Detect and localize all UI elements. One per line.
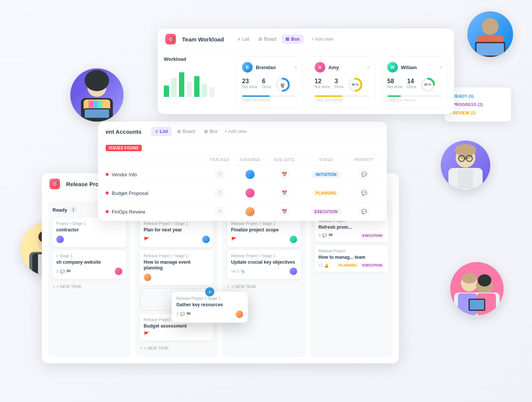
tab-board[interactable]: ⊞ Board bbox=[255, 35, 280, 44]
tab-box[interactable]: ⊠ Box bbox=[282, 35, 304, 44]
howto-project: Release Project bbox=[318, 249, 385, 253]
amy-info: A Amy bbox=[315, 62, 339, 73]
status-review-row: ● REVIEW (1) bbox=[449, 109, 507, 117]
brendan-header: B Brendan ✕ bbox=[242, 62, 297, 73]
wiliam-info: W Wiliam bbox=[387, 62, 417, 73]
workload-icon: 🎯 bbox=[165, 34, 176, 44]
avatar-green bbox=[70, 68, 124, 122]
floating-drag-card[interactable]: + Release Project > Stage 1 Gather key r… bbox=[172, 292, 248, 323]
wiliam-avatar: W bbox=[387, 62, 398, 73]
task-card-objectives[interactable]: Release Project > Stage 1 Update crucial… bbox=[227, 250, 301, 279]
task-card-howto[interactable]: Release Project How to manag... team +1 … bbox=[315, 245, 388, 272]
progress-new-task[interactable]: + + NEW TASK bbox=[140, 343, 214, 353]
svg-point-16 bbox=[455, 144, 476, 156]
vendor-assignee-avatar bbox=[245, 170, 255, 179]
finops-assignee bbox=[235, 207, 265, 216]
task-card-manage[interactable]: Release Project > Stage 1 How to manage … bbox=[140, 250, 214, 285]
budget-flag-icon: 🚩 bbox=[144, 331, 149, 337]
table-row: Vendor Info ⏱ 📅 INITIATION 💬 bbox=[98, 165, 387, 184]
brendan-chevron[interactable]: ✕ bbox=[294, 65, 297, 70]
bar-green-1 bbox=[164, 85, 169, 97]
floating-project: Release Project > Stage 1 bbox=[176, 296, 243, 301]
wiliam-chevron[interactable]: ✕ bbox=[439, 65, 442, 70]
brendan-progress-fill bbox=[242, 95, 270, 97]
review-new-task[interactable]: + + NEW TASK bbox=[227, 282, 301, 291]
bar-group-5 bbox=[194, 76, 200, 97]
refresh-footer: 3 💬 🏁 EXECUTION bbox=[318, 233, 385, 238]
howto-reactions: +1 🔔 bbox=[318, 263, 329, 267]
issues-tab-box[interactable]: ⊠ Box bbox=[200, 127, 222, 136]
vendor-tracked: ⏱ bbox=[204, 169, 235, 180]
finalize-flag-icon: 🚩 bbox=[231, 237, 237, 242]
amy-progress bbox=[315, 95, 370, 97]
vendor-assignee bbox=[235, 170, 265, 179]
wiliam-done: 14 Done bbox=[407, 78, 416, 89]
ready-column-title: Ready bbox=[52, 207, 67, 213]
budget-duedate: 📅 bbox=[265, 188, 303, 198]
ready-new-task[interactable]: + + NEW TASK bbox=[52, 282, 126, 291]
manage-assignee bbox=[144, 274, 151, 281]
vendor-stage-badge: INITIATION bbox=[312, 171, 339, 178]
manage-title: How to manage event planning bbox=[144, 260, 210, 271]
brendan-stats: 23 Not done 6 Done bbox=[242, 78, 271, 89]
finalize-footer: 🚩 bbox=[231, 236, 297, 243]
contractor-assignee bbox=[56, 236, 64, 243]
amy-not-done: 12 Not done bbox=[315, 78, 330, 89]
budget-stage-badge: PLANNING bbox=[313, 190, 340, 196]
person-card-amy: A Amy ✕ 12 Not done 3 Done bbox=[309, 56, 375, 108]
task-budget: Budget Proposal bbox=[106, 190, 204, 196]
issues-panel-title: ent Accounts bbox=[106, 128, 141, 135]
status-progress-label: ● PROGRESS (2) bbox=[449, 102, 483, 107]
task-card-contractor[interactable]: Project > Stage 1 contractor bbox=[52, 218, 126, 247]
contractor-title: contractor bbox=[56, 227, 122, 233]
clock-icon-3: ⏱ bbox=[214, 206, 225, 217]
task-card-website[interactable]: > Stage 1 sh company website 3 💬 🏁 bbox=[52, 250, 126, 279]
vendor-stage: INITIATION bbox=[303, 171, 349, 178]
refresh-stage: EXECUTION bbox=[360, 233, 385, 238]
amy-stats-row: 12 Not done 3 Done bbox=[315, 76, 370, 93]
add-view-button[interactable]: + Add view bbox=[311, 36, 333, 42]
bar-group-4 bbox=[187, 82, 192, 97]
manage-project: Release Project > Stage 1 bbox=[144, 254, 210, 258]
svg-point-0 bbox=[482, 18, 499, 35]
issues-tab-board[interactable]: ⊞ Board bbox=[173, 127, 199, 136]
finalize-project: Release Project > Stage 1 bbox=[231, 222, 297, 226]
calendar-icon: 📅 bbox=[279, 169, 290, 180]
task-card-plan[interactable]: Release Project > Stage 1 Plan for next … bbox=[140, 218, 214, 247]
col-header-tracked: TRACKED bbox=[204, 158, 235, 162]
issues-panel: ent Accounts ≡ List ⊞ Board ⊠ Box + Add … bbox=[98, 122, 387, 221]
brendan-not-done: 23 Not done bbox=[242, 78, 258, 89]
objectives-project: Release Project > Stage 1 bbox=[231, 254, 297, 258]
objectives-reactions: +4 5 📎 bbox=[231, 269, 245, 274]
wiliam-progress-fill bbox=[387, 95, 401, 97]
floating-footer: 3 💬 🏁 bbox=[176, 310, 243, 318]
tab-list[interactable]: ≡ List bbox=[234, 35, 253, 44]
issues-add-view[interactable]: + Add view bbox=[225, 129, 247, 134]
plan-footer: 🚩 bbox=[144, 236, 210, 243]
vendor-priority: 💬 bbox=[349, 169, 379, 180]
issues-tab-list[interactable]: ≡ List bbox=[151, 127, 171, 136]
plus-new-task-icon-3: + bbox=[227, 284, 230, 289]
column-ready: Ready 1 + Project > Stage 1 contractor > bbox=[48, 201, 131, 357]
amy-chevron[interactable]: ✕ bbox=[367, 65, 370, 70]
col-header-assignee: ASSIGNEE bbox=[235, 158, 265, 162]
bar-green-3 bbox=[194, 76, 200, 97]
list-icon-2: ≡ bbox=[155, 129, 158, 134]
finalize-assignee bbox=[290, 236, 297, 243]
wiliam-stats: 58 Not done 14 Done bbox=[387, 78, 416, 89]
bar-group-7 bbox=[209, 87, 215, 97]
column-review: Review 1 + Release Project > Stage 1 Fin… bbox=[223, 201, 306, 357]
refresh-reactions: 3 💬 🏁 bbox=[318, 233, 333, 237]
amy-avatar: A bbox=[315, 62, 325, 73]
task-card-finalize[interactable]: Release Project > Stage 1 Finalize proje… bbox=[227, 218, 301, 247]
svg-rect-21 bbox=[458, 169, 473, 188]
calendar-icon-3: 📅 bbox=[279, 206, 290, 217]
workload-chart: Workload bbox=[164, 56, 230, 108]
budget-title-board: Budget assessment bbox=[144, 323, 210, 329]
workload-title: Team Workload bbox=[182, 36, 224, 43]
flag-icon: 🚩 bbox=[144, 237, 149, 242]
objectives-footer: +4 5 📎 bbox=[231, 267, 297, 275]
amy-donut: 50 % bbox=[347, 76, 364, 93]
task-vendor-info: Vendor Info bbox=[106, 172, 204, 177]
wiliam-progress bbox=[387, 95, 442, 97]
